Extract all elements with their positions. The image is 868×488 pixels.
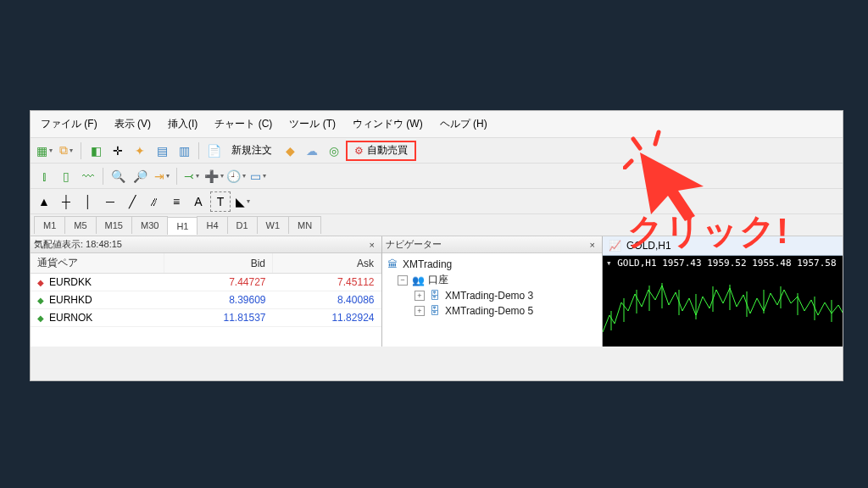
tree-accounts[interactable]: − 👥 口座 xyxy=(386,272,598,288)
arrow-up-icon: ◆ xyxy=(37,313,44,323)
trendline-icon[interactable]: ╱ xyxy=(122,191,142,212)
expand-icon[interactable]: + xyxy=(415,306,425,316)
menu-insert[interactable]: 挿入(I) xyxy=(161,114,204,134)
table-row[interactable]: ◆EURNOK11.8153711.82924 xyxy=(31,309,381,327)
tester-toggle-icon[interactable]: ▥ xyxy=(174,141,194,161)
tf-h1[interactable]: H1 xyxy=(167,217,198,235)
navigator-tree: 🏛 XMTrading − 👥 口座 + 🗄 XMTrading-Demo 3 … xyxy=(382,253,602,322)
tf-w1[interactable]: W1 xyxy=(257,216,290,234)
tree-root[interactable]: 🏛 XMTrading xyxy=(386,257,598,272)
autotrade-icon: ⚙ xyxy=(354,145,364,157)
menubar: ファイル (F) 表示 (V) 挿入(I) チャート (C) ツール (T) ウ… xyxy=(31,111,843,138)
close-icon[interactable]: × xyxy=(366,240,378,250)
menu-window[interactable]: ウィンドウ (W) xyxy=(346,114,430,134)
text-label-icon[interactable]: T xyxy=(210,191,231,212)
signals-icon[interactable]: ☁ xyxy=(302,141,322,161)
ask-value: 7.45112 xyxy=(273,274,381,291)
crosshair-tool-icon[interactable]: ┼ xyxy=(56,191,76,212)
autoscroll-icon[interactable]: ⇥ xyxy=(152,166,172,186)
navigator-toggle-icon[interactable]: ✦ xyxy=(130,141,150,161)
chart-tab[interactable]: 📈 GOLD,H1 xyxy=(603,236,843,256)
tree-account-item[interactable]: + 🗄 XMTrading-Demo 3 xyxy=(386,288,598,303)
marketwatch-toggle-icon[interactable]: ◧ xyxy=(86,141,106,161)
navigator-title: ナビゲーター xyxy=(386,238,442,251)
tree-item-label: XMTrading-Demo 5 xyxy=(445,305,533,317)
new-order-icon[interactable]: 📄 xyxy=(203,141,224,161)
bar-chart-icon[interactable]: ⫿ xyxy=(34,166,54,186)
col-bid[interactable]: Bid xyxy=(164,253,273,274)
symbol-label: EURDKK xyxy=(49,276,92,288)
tf-d1[interactable]: D1 xyxy=(227,216,258,234)
candle-chart-icon[interactable]: ▯ xyxy=(56,166,76,186)
navigator-panel: ナビゲーター × 🏛 XMTrading − 👥 口座 + 🗄 XMTradin… xyxy=(382,236,603,347)
candles-svg xyxy=(603,264,843,341)
terminal-toggle-icon[interactable]: ▤ xyxy=(152,141,172,161)
toolbar-chart: ⫿ ▯ 〰 🔍 🔎 ⇥ ⤙ ➕ 🕘 ▭ xyxy=(31,164,843,189)
bid-value: 8.39609 xyxy=(164,291,273,309)
cursor-icon[interactable]: ▲ xyxy=(34,191,54,212)
ask-value: 8.40086 xyxy=(273,291,381,309)
zoom-in-icon[interactable]: 🔍 xyxy=(108,166,128,186)
text-icon[interactable]: A xyxy=(188,191,209,212)
metaquotes-icon[interactable]: ◆ xyxy=(280,141,300,161)
expand-icon[interactable]: + xyxy=(415,291,425,301)
separator xyxy=(176,168,177,185)
bid-value: 7.44727 xyxy=(164,274,273,291)
channel-icon[interactable]: ⫽ xyxy=(144,191,164,212)
autotrade-button[interactable]: ⚙ 自動売買 xyxy=(346,141,416,161)
crosshair-icon[interactable]: ✛ xyxy=(108,141,128,161)
separator xyxy=(198,142,199,159)
tf-m5[interactable]: M5 xyxy=(64,216,96,234)
profiles-icon[interactable]: ⧉ xyxy=(56,141,76,161)
server-icon: 🗄 xyxy=(428,289,442,302)
zoom-out-icon[interactable]: 🔎 xyxy=(130,166,150,186)
close-icon[interactable]: × xyxy=(587,240,598,250)
line-chart-icon[interactable]: 〰 xyxy=(78,166,98,186)
server-icon: 🗄 xyxy=(428,304,442,318)
indicators-icon[interactable]: ➕ xyxy=(203,166,224,186)
tf-mn[interactable]: MN xyxy=(288,216,321,234)
chart-shift-icon[interactable]: ⤙ xyxy=(181,166,202,186)
periods-icon[interactable]: 🕘 xyxy=(225,166,246,186)
new-order-button[interactable]: 新規注文 xyxy=(225,141,278,161)
menu-tools[interactable]: ツール (T) xyxy=(282,114,342,134)
separator xyxy=(103,168,103,185)
tree-accounts-label: 口座 xyxy=(428,273,448,287)
market-watch-title: 気配値表示: 18:48:15 xyxy=(34,238,122,251)
symbol-label: EURNOK xyxy=(49,312,92,324)
chart-panel: 📈 GOLD,H1 ▾ GOLD,H1 1957.43 1959.52 1955… xyxy=(603,236,843,347)
objects-icon[interactable]: ◣ xyxy=(232,191,253,212)
broker-icon: 🏛 xyxy=(386,258,399,271)
market-watch-panel: 気配値表示: 18:48:15 × 通貨ペア Bid Ask ◆EURDKK7.… xyxy=(31,236,382,347)
vps-icon[interactable]: ◎ xyxy=(324,141,344,161)
tf-m1[interactable]: M1 xyxy=(34,216,65,234)
panels-row: 気配値表示: 18:48:15 × 通貨ペア Bid Ask ◆EURDKK7.… xyxy=(31,236,843,347)
chart-area[interactable]: ▾ GOLD,H1 1957.43 1959.52 1955.48 1957.5… xyxy=(603,256,843,341)
menu-file[interactable]: ファイル (F) xyxy=(34,114,104,134)
ask-value: 11.82924 xyxy=(273,309,381,327)
menu-help[interactable]: ヘルプ (H) xyxy=(433,114,494,134)
horizontal-line-icon[interactable]: ─ xyxy=(100,191,120,212)
vertical-line-icon[interactable]: │ xyxy=(78,191,98,212)
templates-icon[interactable]: ▭ xyxy=(248,166,268,186)
accounts-icon: 👥 xyxy=(411,274,425,287)
menu-view[interactable]: 表示 (V) xyxy=(108,114,158,134)
chart-tab-label: GOLD,H1 xyxy=(626,240,671,252)
tree-account-item[interactable]: + 🗄 XMTrading-Demo 5 xyxy=(386,303,598,319)
table-row[interactable]: ◆EURDKK7.447277.45112 xyxy=(31,274,381,291)
tf-m30[interactable]: M30 xyxy=(131,216,168,234)
arrow-up-icon: ◆ xyxy=(37,296,44,305)
tf-h4[interactable]: H4 xyxy=(197,216,227,234)
fibonacci-icon[interactable]: ≡ xyxy=(166,191,186,212)
table-row[interactable]: ◆EURHKD8.396098.40086 xyxy=(31,291,381,309)
menu-chart[interactable]: チャート (C) xyxy=(208,114,279,134)
col-symbol[interactable]: 通貨ペア xyxy=(31,253,164,274)
market-watch-table: 通貨ペア Bid Ask ◆EURDKK7.447277.45112◆EURHK… xyxy=(31,253,381,327)
tree-item-label: XMTrading-Demo 3 xyxy=(445,290,533,302)
collapse-icon[interactable]: − xyxy=(398,275,408,286)
autotrade-label: 自動売買 xyxy=(367,143,408,158)
tree-root-label: XMTrading xyxy=(403,258,452,270)
col-ask[interactable]: Ask xyxy=(273,253,381,274)
tf-m15[interactable]: M15 xyxy=(96,216,132,234)
new-chart-icon[interactable]: ▦ xyxy=(34,141,54,161)
